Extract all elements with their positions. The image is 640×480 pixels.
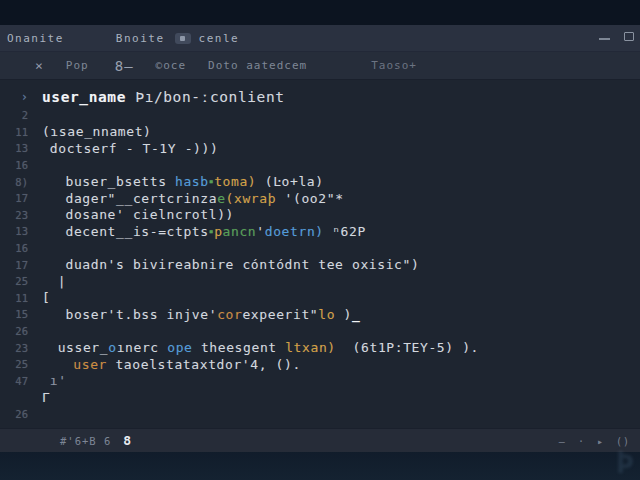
code-text: buser_bsetts hasb▪toma) (Ŀo+la): [42, 174, 324, 189]
code-line[interactable]: 25|: [0, 273, 640, 290]
code-token: cor: [217, 307, 242, 322]
line-number: 25: [0, 275, 30, 287]
code-line[interactable]: 16: [0, 240, 640, 257]
toolbar-item-oce[interactable]: ©oce: [156, 59, 187, 72]
code-token: _: [352, 307, 360, 322]
status-bar: #'6+B 6 8 — · ▸ (): [0, 428, 640, 452]
code-token: ınerc: [117, 340, 168, 355]
code-line[interactable]: 23dosane' cielncrotl)): [0, 207, 640, 224]
code-token: o: [108, 340, 116, 355]
code-token: |: [58, 274, 66, 289]
line-number: 23: [0, 209, 30, 221]
status-text: #'6+B 6: [60, 435, 111, 447]
code-line[interactable]: 26: [0, 406, 640, 423]
code-token: lo: [318, 307, 335, 322]
line-number: 13: [0, 225, 30, 237]
code-text: dager"__certcrinzae(xwraþ '(oo2"*: [42, 191, 344, 206]
code-token: dager"__certcrinza: [65, 191, 217, 206]
code-text: ı': [42, 373, 67, 388]
code-line[interactable]: 2: [0, 107, 640, 124]
code-token: toma): [214, 174, 256, 189]
code-line[interactable]: 23usser_oınerc ope theesgent ltxan) (6t1…: [0, 339, 640, 356]
code-token: hasb: [175, 174, 209, 189]
app-window: Onanite Bnoite cenle × Pop 8— ©oce Doto …: [0, 0, 640, 480]
tab-onanite[interactable]: Onanite: [3, 32, 68, 45]
minimize-panel-icon[interactable]: —: [559, 436, 566, 447]
line-number: 16: [0, 242, 30, 254]
code-token: ancn: [223, 224, 257, 239]
code-line[interactable]: 47ı': [0, 373, 640, 390]
code-text: dosane' cielncrotl)): [42, 207, 234, 222]
line-number: 16: [0, 159, 30, 171]
code-text: user_name Þı/bon-ːconlient: [42, 89, 285, 105]
code-token: (xwraþ: [226, 191, 277, 206]
dot-icon: ·: [578, 436, 585, 447]
line-number: 26: [0, 408, 30, 420]
code-line[interactable]: 25user taoelstataxtdor'4, ().: [0, 356, 640, 373]
status-count: 8: [123, 433, 131, 448]
code-text: [: [42, 290, 50, 305]
code-line[interactable]: 16: [0, 157, 640, 174]
toolbar-item-pop[interactable]: Pop: [66, 59, 89, 72]
toolbar-item-taoso[interactable]: Taoso+: [371, 59, 417, 72]
watermark: Þ: [616, 445, 634, 480]
line-number: 2: [0, 109, 30, 121]
code-token: ı': [50, 373, 67, 388]
code-line[interactable]: 17dager"__certcrinzae(xwraþ '(oo2"*: [0, 190, 640, 207]
code-line[interactable]: 15boser't.bss injve'corexpeerit"lo )_: [0, 306, 640, 323]
toolbar-item-doto[interactable]: Doto aatedcem: [208, 59, 307, 72]
line-number: 47: [0, 375, 30, 387]
line-number: 13: [0, 142, 30, 154]
code-token: buser_bsetts: [65, 174, 175, 189]
code-line[interactable]: 11(ɿsae_nnamet): [0, 124, 640, 141]
code-token: (ɿsae_nnamet): [42, 124, 152, 139]
code-token: ltxan): [285, 340, 336, 355]
code-token: (Ŀo+la): [256, 174, 323, 189]
code-token: (6t1P:TEY-5) ).: [336, 340, 479, 355]
line-number: 11: [0, 126, 30, 138]
video-badge-icon: [175, 33, 191, 44]
code-text: |: [42, 274, 66, 289]
code-token: taoelstataxtdor'4, ().: [107, 357, 301, 372]
code-token: Þı/bon-ːconlient: [126, 89, 285, 105]
line-number: 25: [0, 358, 30, 370]
fold-chevron-icon: ›: [0, 90, 30, 104]
code-line[interactable]: 13doctserf - T-1Y -))): [0, 140, 640, 157]
code-token: p: [214, 224, 222, 239]
run-icon[interactable]: ▸: [597, 436, 604, 447]
code-text: doctserf - T-1Y -))): [42, 141, 218, 156]
toolbar-item-count[interactable]: 8—: [115, 58, 134, 74]
code-line[interactable]: Γ: [0, 389, 640, 406]
tab-cenle[interactable]: cenle: [195, 32, 244, 45]
line-number: 11: [0, 292, 30, 304]
code-line[interactable]: 11[: [0, 290, 640, 307]
code-line[interactable]: 26: [0, 323, 640, 340]
code-token: doetrn): [265, 224, 324, 239]
code-token: duadn's bivireabnire cóntódnt tee oxisic…: [65, 257, 419, 272]
tab-bnoite[interactable]: Bnoite: [112, 32, 169, 45]
close-icon[interactable]: ×: [35, 58, 44, 73]
code-text: usser_oınerc ope theesgent ltxan) (6t1P:…: [42, 340, 479, 355]
code-line[interactable]: 13decent__is-=ctpts▪pancn'doetrn) ⁿ62P: [0, 223, 640, 240]
line-number: 17: [0, 192, 30, 204]
code-token: ): [335, 307, 352, 322]
maximize-icon[interactable]: [624, 32, 634, 41]
title-bar: Onanite Bnoite cenle: [0, 25, 640, 52]
code-text: boser't.bss injve'corexpeerit"lo )_: [42, 307, 360, 322]
code-token: ope: [167, 340, 192, 355]
code-line[interactable]: ›user_name Þı/bon-ːconlient: [0, 87, 640, 107]
code-token: e: [217, 191, 225, 206]
toolbar: × Pop 8— ©oce Doto aatedcem Taoso+: [0, 52, 640, 80]
minimize-icon[interactable]: [599, 38, 610, 40]
line-number: 23: [0, 342, 30, 354]
line-number: 8): [0, 176, 30, 188]
code-text: Γ: [42, 390, 50, 405]
code-editor[interactable]: ›user_name Þı/bon-ːconlient211(ɿsae_nnam…: [0, 80, 640, 428]
code-line[interactable]: 17duadn's bivireabnire cóntódnt tee oxis…: [0, 256, 640, 273]
code-text: decent__is-=ctpts▪pancn'doetrn) ⁿ62P: [42, 224, 366, 239]
code-token: '(oo2"*: [276, 191, 343, 206]
code-line[interactable]: 8)buser_bsetts hasb▪toma) (Ŀo+la): [0, 173, 640, 190]
code-text: user taoelstataxtdor'4, ().: [42, 357, 301, 372]
code-token: decent__is-=ctpts: [65, 224, 208, 239]
line-number: 26: [0, 325, 30, 337]
